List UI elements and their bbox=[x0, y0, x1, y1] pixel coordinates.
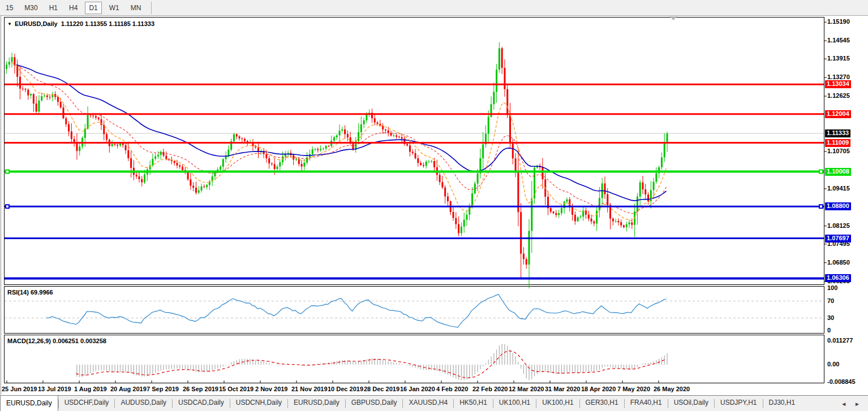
chart-tab-uk100-h1[interactable]: UK100,H1 bbox=[493, 396, 536, 411]
chart-tab-usdcad-daily[interactable]: USDCAD,Daily bbox=[173, 396, 230, 411]
chart-canvas bbox=[0, 0, 868, 396]
macd-axis-label: -0.008845 bbox=[827, 378, 856, 385]
price-axis-label: 1.14545 bbox=[827, 37, 850, 44]
level-anchor-marker[interactable] bbox=[6, 170, 9, 174]
level-anchor-marker[interactable] bbox=[819, 205, 823, 208]
rsi-axis-label: 100 bbox=[827, 284, 837, 291]
chart-symbol-label: EURUSD,Daily bbox=[15, 20, 58, 27]
macd-label: MACD(12,26,9) 0.006251 0.003258 bbox=[7, 338, 106, 344]
chart-tab-eurusd-daily[interactable]: EURUSD,Daily bbox=[0, 395, 58, 411]
chart-tab-usdcnh-daily[interactable]: USDCNH,Daily bbox=[230, 396, 287, 411]
price-badge-1.08800: 1.08800 bbox=[825, 202, 851, 210]
price-axis-label: 1.13915 bbox=[827, 55, 850, 62]
chart-tab-ger30-h1[interactable]: GER30,H1 bbox=[580, 396, 624, 411]
price-axis-label: 1.10705 bbox=[827, 148, 850, 154]
mt4-window: 15M30H1H4D1W1MN ▼EURUSD,Daily 1.11220 1.… bbox=[0, 0, 868, 411]
price-badge-1.06306: 1.06306 bbox=[825, 274, 851, 282]
price-badge-1.12004: 1.12004 bbox=[825, 110, 851, 118]
tab-scroll-arrows: ◄► bbox=[841, 396, 868, 411]
rsi-value: 69.9966 bbox=[31, 289, 53, 296]
price-badge-1.11009: 1.11009 bbox=[825, 139, 850, 147]
price-axis-label: 1.08125 bbox=[827, 222, 850, 229]
price-axis-label: 1.06850 bbox=[827, 259, 850, 266]
chart-tab-hk50-h1[interactable]: HK50,H1 bbox=[454, 396, 493, 411]
main-panel-frame bbox=[5, 18, 824, 285]
autoscroll-marker-icon[interactable] bbox=[670, 16, 677, 20]
macd-axis-label: 0.00 bbox=[827, 361, 839, 367]
rsi-panel-frame bbox=[5, 287, 824, 334]
chart-tab-usoil-daily[interactable]: USOil,Daily bbox=[668, 396, 714, 411]
chart-tab-gbpusd-daily[interactable]: GBPUSD,Daily bbox=[346, 396, 403, 411]
rsi-axis-label: 0 bbox=[827, 327, 831, 334]
price-axis-label: 1.13270 bbox=[827, 73, 850, 80]
rsi-name: RSI(14) bbox=[7, 289, 29, 296]
price-axis-label: 1.15190 bbox=[827, 18, 850, 25]
rsi-axis-label: 30 bbox=[827, 314, 834, 321]
level-anchor-marker[interactable] bbox=[6, 205, 9, 208]
chart-tab-uk100-h1[interactable]: UK100,H1 bbox=[536, 396, 579, 411]
chart-tab-bar: EURUSD,DailyUSDCHF,DailyAUDUSD,DailyUSDC… bbox=[0, 395, 868, 411]
chevron-down-icon[interactable]: ▼ bbox=[7, 21, 12, 27]
chart-tab-eurusd-daily[interactable]: EURUSD,Daily bbox=[288, 396, 345, 411]
price-badge-1.07697: 1.07697 bbox=[825, 235, 851, 243]
chart-tab-dj30-h1[interactable]: DJ30,H1 bbox=[763, 396, 801, 411]
chart-title: ▼EURUSD,Daily 1.11220 1.11355 1.11185 1.… bbox=[7, 20, 154, 27]
level-anchor-marker[interactable] bbox=[819, 170, 823, 174]
tab-scroll-left-button[interactable]: ◄ bbox=[841, 401, 846, 407]
price-badge-1.13034: 1.13034 bbox=[825, 80, 851, 88]
price-badge-1.11333: 1.11333 bbox=[825, 129, 850, 137]
chart-tab-usdchf-daily[interactable]: USDCHF,Daily bbox=[59, 396, 115, 411]
chart-tab-fra40-h1[interactable]: FRA40,H1 bbox=[625, 396, 668, 411]
chart-ohlc-values: 1.11220 1.11355 1.11185 1.11333 bbox=[61, 20, 154, 27]
rsi-label: RSI(14) 69.9966 bbox=[7, 289, 53, 296]
rsi-axis-label: 70 bbox=[827, 297, 834, 304]
price-badge-1.10008: 1.10008 bbox=[825, 168, 851, 176]
macd-panel-frame bbox=[5, 335, 824, 383]
chart-tab-xauusd-h4[interactable]: XAUUSD,H4 bbox=[403, 396, 453, 411]
price-axis-label: 1.12625 bbox=[827, 92, 850, 99]
macd-axis-label: 0.011277 bbox=[827, 337, 853, 344]
chart-tab-usdjpy-h1[interactable]: USDJPY,H1 bbox=[715, 396, 762, 411]
macd-name: MACD(12,26,9) bbox=[7, 338, 51, 344]
tab-scroll-right-button[interactable]: ► bbox=[854, 401, 860, 407]
chart-tab-audusd-daily[interactable]: AUDUSD,Daily bbox=[115, 396, 172, 411]
price-axis-label: 1.09415 bbox=[827, 185, 850, 192]
macd-values: 0.006251 0.003258 bbox=[53, 338, 106, 344]
